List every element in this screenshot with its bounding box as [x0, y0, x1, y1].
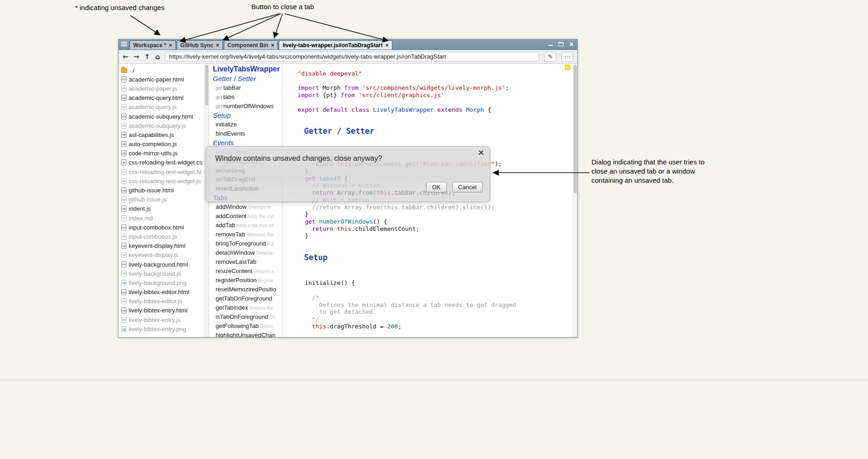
png-file-icon: [121, 280, 126, 286]
file-name: input-combobox.js: [129, 233, 177, 240]
outline-item-detachwindow[interactable]: detachWindow Detache: [213, 248, 282, 257]
outline-item-removetab[interactable]: removeTab Removes the: [213, 230, 282, 239]
file-item[interactable]: input-combobox.html: [119, 223, 209, 232]
outline-item-getfollowingtab[interactable]: getFollowingTab Return: [213, 322, 282, 331]
code-line: Getter / Setter: [298, 126, 577, 136]
code-line: [298, 99, 577, 106]
file-item[interactable]: keyevent-display.html: [119, 241, 209, 251]
outline-item-doc-hint: Removes the: [245, 232, 273, 237]
file-item[interactable]: academic-paper.html: [119, 75, 209, 84]
outline-item-resetmemoziredpositio[interactable]: resetMemoziredPositio: [213, 285, 282, 294]
menu-icon[interactable]: [121, 42, 127, 46]
tab-component-bin[interactable]: Component Bin×: [224, 40, 278, 49]
back-button[interactable]: ←: [123, 53, 129, 61]
code-line: return this.childElementCount;: [298, 225, 577, 233]
outline-item-tabs[interactable]: get tabs: [213, 93, 282, 102]
outline-item-tabbar[interactable]: get tabBar: [213, 83, 282, 93]
file-item[interactable]: lively-bibtex-entry.js: [119, 315, 209, 324]
minimize-button[interactable]: [548, 41, 553, 46]
url-input[interactable]: [165, 52, 539, 61]
file-item[interactable]: lively-background.js: [119, 269, 209, 278]
forward-button[interactable]: →: [134, 53, 140, 61]
outline-item-registerposition[interactable]: registerPosition Registe: [213, 276, 282, 285]
tab-label: Component Bin: [228, 42, 268, 49]
window-titlebar[interactable]: Workspace *×GitHub Sync×Component Bin×li…: [119, 39, 577, 50]
outline-item-removelasttab[interactable]: removeLastTab: [213, 257, 282, 267]
outline-item-resizecontent[interactable]: resizeContent Resizes a: [213, 267, 282, 276]
file-item[interactable]: academic-query.html: [119, 93, 209, 103]
outline-item-initialize[interactable]: initialize: [213, 120, 282, 129]
outline-item-bindevents[interactable]: bindEvents: [213, 129, 282, 138]
outline-item-addtab[interactable]: addTab Adds a tab that ref: [213, 221, 282, 230]
cancel-button[interactable]: Cancel: [452, 182, 483, 192]
tab-lively-tabs-wrapper-js-ontabdragstart[interactable]: lively-tabs-wrapper.js#onTabDragStart×: [279, 40, 392, 49]
code-scrollbar[interactable]: [573, 64, 577, 337]
file-item[interactable]: github-issue.js: [119, 195, 209, 204]
outline-item-gettabonforeground[interactable]: getTabOnForeground: [213, 294, 282, 303]
code-line: export default class LivelyTabsWrapper e…: [298, 106, 577, 114]
file-item[interactable]: input-combobox.js: [119, 232, 209, 241]
file-item[interactable]: keyevent-display.js: [119, 251, 209, 260]
file-item[interactable]: academic-paper.js: [119, 84, 209, 93]
maximize-button[interactable]: [559, 41, 564, 46]
tab-close-icon[interactable]: ×: [169, 43, 172, 48]
window-close-button[interactable]: ×: [570, 41, 574, 48]
home-button[interactable]: ⌂: [155, 53, 160, 61]
outline-item-doc-hint: Return: [259, 324, 274, 329]
ok-button[interactable]: OK: [426, 182, 447, 192]
js-file-icon: [121, 271, 126, 277]
more-options-button[interactable]: ⋯: [561, 52, 573, 62]
file-item[interactable]: indent.js: [119, 204, 209, 213]
file-item[interactable]: academic-subquery.js: [119, 121, 209, 130]
file-item[interactable]: lively-background.png: [119, 278, 209, 287]
tab-close-icon[interactable]: ×: [216, 43, 219, 48]
file-item[interactable]: ../: [119, 66, 209, 75]
file-name: academic-paper.html: [129, 76, 184, 83]
outline-item-istabonforeground[interactable]: isTabOnForeground De: [213, 312, 282, 322]
code-line: to get detached.: [298, 308, 577, 316]
file-item[interactable]: css-reloading-test-widget.cs: [119, 158, 209, 167]
file-item[interactable]: lively-bibtex-entry.png: [119, 324, 209, 333]
file-item[interactable]: lively-bibtex-editor.html: [119, 288, 209, 297]
outline-item-name: registerPosition: [216, 277, 257, 284]
outline-item-gettabindex[interactable]: getTabIndex Returns the: [213, 303, 282, 312]
file-item[interactable]: academic-subquery.html: [119, 112, 209, 121]
js-file-icon: [121, 178, 126, 184]
outline-item-addcontent[interactable]: addContent Adds the con: [213, 212, 282, 221]
file-item[interactable]: code-mirror-utils.js: [119, 149, 209, 158]
file-item[interactable]: index.md: [119, 213, 209, 223]
file-item[interactable]: css-reloading-test-widget.ht: [119, 167, 209, 176]
file-item[interactable]: auto-completion.js: [119, 140, 209, 149]
scrollbar-thumb[interactable]: [205, 65, 208, 105]
dialog-close-icon[interactable]: ×: [478, 148, 484, 157]
tab-github-sync[interactable]: GitHub Sync×: [177, 40, 223, 49]
outline-item-numberofwindows[interactable]: get numberOfWindows: [213, 102, 282, 111]
file-name: lively-bibtex-entry.html: [129, 307, 187, 314]
file-item[interactable]: ast-capabilities.js: [119, 130, 209, 139]
outline-section-getter-setter[interactable]: Getter / Setter: [213, 74, 282, 83]
file-item[interactable]: lively-bibtex-editor.js: [119, 297, 209, 306]
file-name: ../: [130, 67, 135, 74]
tab-close-icon[interactable]: ×: [385, 43, 389, 48]
outline-section-setup[interactable]: Setup: [213, 111, 282, 120]
outline-item-highlightunsavedchan[interactable]: highlightUnsavedChan: [213, 331, 282, 337]
file-item[interactable]: css-reloading-test-widget.js: [119, 176, 209, 186]
window-edge-line: [0, 380, 868, 380]
file-item[interactable]: academic-query.js: [119, 103, 209, 112]
file-item[interactable]: github-issue.html: [119, 186, 209, 195]
outline-item-name: bindEvents: [216, 130, 245, 137]
up-button[interactable]: ↑: [144, 53, 150, 61]
file-list: ../academic-paper.htmlacademic-paper.jsa…: [119, 66, 209, 333]
arrow-to-componentbin-close: [274, 14, 282, 38]
scrollbar-thumb[interactable]: [574, 65, 577, 193]
outline-item-doc-hint: Registe: [257, 278, 274, 283]
edit-pencil-button[interactable]: ✎: [544, 52, 556, 62]
tab-workspace[interactable]: Workspace *×: [130, 40, 176, 49]
navigation-bar: ← → ↑ ⌂ ✎ ⋯: [119, 50, 577, 64]
file-item[interactable]: lively-bibtex-entry.html: [119, 306, 209, 315]
outline-item-addwindow[interactable]: addWindow Unwraps th: [213, 202, 282, 212]
file-item[interactable]: lively-background.html: [119, 260, 209, 269]
outline-item-bringtoforeground[interactable]: bringToForeground Put: [213, 239, 282, 248]
html-file-icon: [121, 262, 126, 268]
tab-close-icon[interactable]: ×: [271, 43, 274, 48]
